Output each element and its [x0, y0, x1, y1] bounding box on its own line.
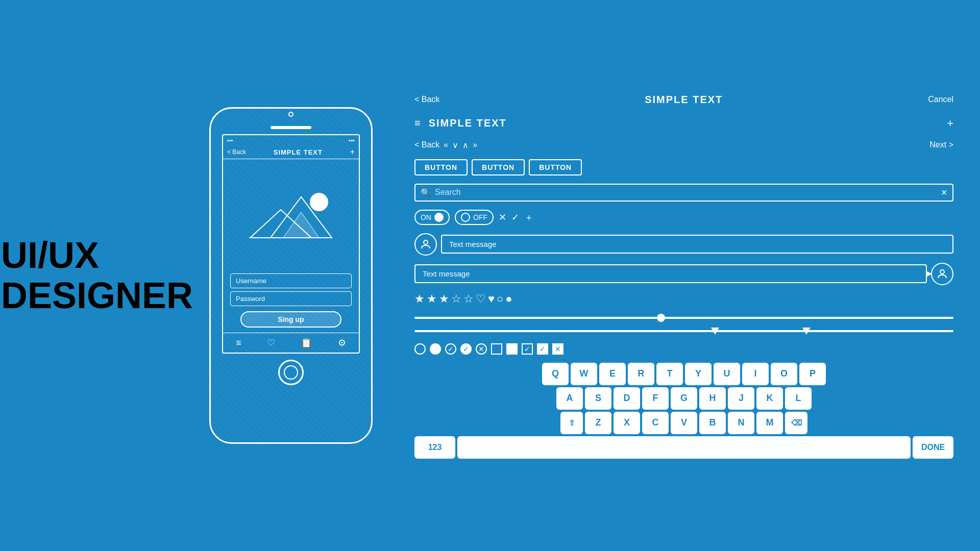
nav1-cancel-button[interactable]: Cancel [928, 95, 953, 104]
toggle-off-circle [461, 213, 470, 222]
key-r[interactable]: R [628, 363, 654, 385]
toggle-off-label: OFF [473, 213, 487, 221]
key-v[interactable]: V [671, 412, 697, 434]
sq-filled[interactable] [506, 343, 518, 355]
sq-empty[interactable] [491, 343, 502, 355]
nav3-up-button[interactable]: ∧ [462, 140, 469, 150]
key-done[interactable]: DONE [913, 436, 953, 459]
radio-empty[interactable] [414, 343, 426, 355]
nav3-next-button[interactable]: Next > [929, 140, 953, 149]
key-e[interactable]: E [599, 363, 626, 385]
key-shift[interactable]: ⇧ [560, 412, 583, 434]
key-w[interactable]: W [571, 363, 597, 385]
key-f[interactable]: F [642, 387, 669, 410]
key-123[interactable]: 123 [414, 436, 455, 459]
key-m[interactable]: M [756, 412, 783, 434]
key-i[interactable]: I [742, 363, 769, 385]
phone-back-button[interactable]: < Back [227, 148, 246, 156]
chat-avatar-right [931, 263, 953, 285]
phone-image-area [223, 159, 359, 270]
check-circle-filled[interactable]: ✓ [460, 343, 472, 355]
toggle-off[interactable]: OFF [455, 210, 494, 225]
nav3-next-next[interactable]: » [473, 140, 477, 149]
key-s[interactable]: S [585, 387, 611, 410]
key-a[interactable]: A [556, 387, 583, 410]
check-icon[interactable]: ✓ [511, 212, 519, 223]
nav-menu-icon[interactable]: ≡ [236, 338, 241, 348]
chat-bubble-icon-2[interactable]: ● [505, 292, 512, 306]
key-z[interactable]: Z [585, 412, 611, 434]
heart-empty-1[interactable]: ♡ [476, 292, 486, 306]
slider-1-thumb[interactable] [657, 314, 665, 322]
star-filled-2[interactable]: ★ [427, 292, 437, 306]
star-filled-3[interactable]: ★ [439, 292, 449, 306]
key-x[interactable]: X [614, 412, 640, 434]
signup-button[interactable]: Sing up [240, 311, 341, 328]
key-y[interactable]: Y [685, 363, 712, 385]
phone-outer: ▪▪▪ ▪▪▪ < Back SIMPLE TEXT + [209, 107, 373, 444]
star-empty-2[interactable]: ☆ [463, 292, 474, 306]
check-circle-empty[interactable]: ✓ [445, 343, 456, 355]
key-backspace[interactable]: ⌫ [785, 412, 807, 434]
keyboard-row-4: 123 DONE [414, 436, 953, 459]
key-b[interactable]: B [699, 412, 726, 434]
key-h[interactable]: H [699, 387, 726, 410]
nav3-back-button[interactable]: < Back [414, 140, 439, 149]
key-k[interactable]: K [756, 387, 783, 410]
phone-nav-title: SIMPLE TEXT [274, 148, 323, 156]
username-input[interactable]: Username [230, 273, 352, 288]
sq-x-filled[interactable]: ✕ [552, 343, 564, 355]
sq-check-empty[interactable]: ✓ [522, 343, 533, 355]
radio-filled[interactable] [430, 343, 441, 355]
key-n[interactable]: N [728, 412, 754, 434]
chat-bubble-1[interactable]: Text message [441, 235, 953, 254]
ui-sliders [408, 312, 960, 337]
phone-form: Username Password Sing up [223, 270, 359, 333]
slider-2-thumb2[interactable] [802, 328, 811, 335]
search-input[interactable] [435, 188, 937, 197]
nav3-prev-prev[interactable]: « [444, 140, 448, 149]
nav-heart-icon[interactable]: ♡ [267, 337, 275, 348]
key-j[interactable]: J [728, 387, 754, 410]
slider-2-thumb[interactable] [711, 328, 719, 335]
key-g[interactable]: G [671, 387, 697, 410]
password-input[interactable]: Password [230, 291, 352, 306]
nav2-plus-button[interactable]: + [947, 117, 953, 130]
search-clear-button[interactable]: ✕ [941, 188, 947, 197]
search-bar[interactable]: 🔍 ✕ [414, 184, 953, 202]
key-q[interactable]: Q [542, 363, 569, 385]
button-2[interactable]: BUTTON [472, 159, 525, 176]
toggle-on-circle [434, 213, 444, 222]
chat-bubble-2[interactable]: Text message [414, 264, 927, 283]
chat-bubble-icon-1[interactable]: ○ [497, 292, 503, 306]
key-p[interactable]: P [799, 363, 826, 385]
slider-2[interactable] [414, 330, 953, 332]
nav2-menu-icon[interactable]: ≡ [414, 117, 421, 129]
key-o[interactable]: O [771, 363, 797, 385]
nav-note-icon[interactable]: 📋 [301, 337, 312, 348]
ui-stars-row: ★ ★ ★ ☆ ☆ ♡ ♥ ○ ● [408, 291, 960, 307]
button-1[interactable]: BUTTON [414, 159, 468, 176]
plus-icon[interactable]: ＋ [524, 211, 533, 223]
heart-filled-1[interactable]: ♥ [488, 292, 495, 306]
phone-plus-button[interactable]: + [350, 147, 355, 157]
key-space[interactable] [457, 436, 911, 459]
toggle-on[interactable]: ON [414, 210, 450, 225]
key-t[interactable]: T [656, 363, 683, 385]
button-3[interactable]: BUTTON [529, 159, 582, 176]
phone-home-button[interactable] [278, 360, 304, 385]
star-filled-1[interactable]: ★ [414, 292, 425, 306]
x-circle[interactable]: ✕ [476, 343, 487, 355]
slider-1[interactable] [414, 317, 953, 319]
nav-settings-icon[interactable]: ⚙ [338, 337, 346, 348]
key-c[interactable]: C [642, 412, 669, 434]
key-u[interactable]: U [714, 363, 740, 385]
hero-title: UI/UX DESIGNER [1, 235, 193, 316]
key-d[interactable]: D [614, 387, 640, 410]
nav1-back-button[interactable]: < Back [414, 95, 439, 104]
key-l[interactable]: L [785, 387, 812, 410]
star-empty-1[interactable]: ☆ [451, 292, 461, 306]
x-icon[interactable]: ✕ [499, 212, 506, 223]
sq-check-filled[interactable]: ✓ [537, 343, 548, 355]
nav3-down-button[interactable]: ∨ [452, 140, 458, 150]
